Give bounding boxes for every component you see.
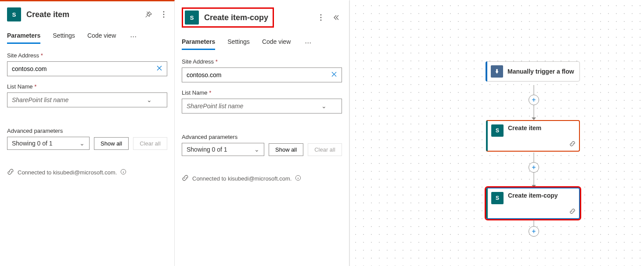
app-root: S Create item Parameters Settings Code v… (0, 0, 644, 266)
panel-body: Site Address * List Name * SharePoint li… (0, 44, 174, 114)
add-step-button[interactable]: + (529, 95, 539, 105)
unpin-icon[interactable] (142, 8, 155, 21)
panel-header: S Create item (0, 1, 174, 26)
tab-settings[interactable]: Settings (227, 35, 250, 50)
tabs: Parameters Settings Code view ··· (0, 26, 174, 44)
chevron-down-icon: ⌄ (79, 140, 85, 147)
list-name-placeholder: SharePoint list name (187, 103, 243, 110)
svg-point-4 (320, 14, 322, 16)
node-label: Create item-copy (508, 192, 575, 199)
connection-footer: Connected to kisubedi@microsoft.com. (175, 164, 349, 193)
list-name-select[interactable]: SharePoint list name ⌄ (182, 99, 342, 113)
link-icon (7, 168, 14, 177)
site-address-label: Site Address * (7, 52, 167, 59)
tab-code-view[interactable]: Code view (262, 35, 291, 50)
tabs-overflow-icon[interactable]: ··· (128, 29, 138, 44)
flow-node-trigger[interactable]: Manually trigger a flow (486, 61, 580, 82)
list-name-label: List Name * (182, 89, 342, 96)
advanced-label: Advanced parameters (7, 128, 167, 134)
panel-header: S Create item-copy (175, 1, 349, 32)
list-name-label: List Name * (7, 83, 167, 90)
link-icon (569, 141, 576, 148)
site-address-input[interactable] (7, 61, 167, 76)
tab-settings[interactable]: Settings (53, 29, 75, 44)
more-icon[interactable] (160, 8, 167, 21)
list-name-select[interactable]: SharePoint list name ⌄ (7, 92, 167, 107)
advanced-parameters: Advanced parameters Showing 0 of 1 ⌄ Sho… (0, 114, 174, 158)
info-icon[interactable] (295, 175, 301, 182)
clear-all-button[interactable]: Clear all (133, 137, 167, 150)
clear-icon[interactable] (329, 68, 339, 82)
tabs-overflow-icon[interactable]: ··· (303, 35, 313, 50)
connected-text: Connected to kisubedi@microsoft.com. (18, 169, 117, 176)
sharepoint-icon: S (491, 124, 504, 137)
panel-body: Site Address * List Name * SharePoint li… (175, 50, 349, 121)
connection-footer: Connected to kisubedi@microsoft.com. (0, 158, 174, 187)
advanced-label: Advanced parameters (182, 134, 342, 140)
collapse-icon[interactable] (330, 11, 342, 24)
chevron-down-icon: ⌄ (147, 96, 152, 103)
svg-point-1 (163, 14, 165, 15)
tab-code-view[interactable]: Code view (87, 29, 116, 44)
advanced-showing-text: Showing 0 of 1 (12, 140, 53, 147)
more-icon[interactable] (317, 11, 324, 24)
tabs: Parameters Settings Code view ··· (175, 32, 349, 50)
flow-canvas[interactable]: Manually trigger a flow + S Create item … (349, 0, 644, 266)
node-label: Manually trigger a flow (507, 67, 574, 75)
panel-title: Create item-copy (204, 13, 268, 22)
show-all-button[interactable]: Show all (269, 143, 303, 156)
flow-node-create-item[interactable]: S Create item (486, 120, 580, 152)
connected-text: Connected to kisubedi@microsoft.com. (192, 175, 291, 182)
advanced-showing-text: Showing 0 of 1 (187, 146, 227, 153)
link-icon (569, 208, 576, 216)
info-icon[interactable] (120, 169, 126, 176)
chevron-down-icon: ⌄ (321, 103, 327, 110)
clear-all-button[interactable]: Clear all (308, 143, 342, 156)
svg-point-2 (163, 17, 165, 18)
advanced-showing-select[interactable]: Showing 0 of 1 ⌄ (7, 137, 90, 150)
svg-point-6 (320, 20, 322, 21)
sharepoint-icon: S (7, 7, 21, 21)
svg-point-0 (163, 11, 165, 13)
site-address-label: Site Address * (182, 58, 342, 65)
panel-title: Create item (26, 10, 137, 19)
show-all-button[interactable]: Show all (94, 137, 129, 150)
add-step-button[interactable]: + (529, 226, 539, 237)
panel-create-item: S Create item Parameters Settings Code v… (0, 0, 175, 266)
panel-create-item-copy: S Create item-copy Parameters Settings C… (175, 0, 349, 266)
list-name-placeholder: SharePoint list name (12, 96, 68, 103)
add-step-button[interactable]: + (529, 162, 539, 173)
svg-rect-8 (496, 69, 498, 71)
sharepoint-icon: S (491, 192, 504, 204)
sharepoint-icon: S (185, 11, 199, 25)
advanced-showing-select[interactable]: Showing 0 of 1 ⌄ (182, 143, 264, 156)
clear-icon[interactable] (154, 62, 165, 76)
tab-parameters[interactable]: Parameters (7, 29, 40, 44)
flow-node-create-item-copy[interactable]: S Create item-copy (486, 188, 580, 219)
link-icon (182, 174, 189, 183)
advanced-parameters: Advanced parameters Showing 0 of 1 ⌄ Sho… (175, 121, 349, 164)
trigger-icon (491, 65, 503, 78)
svg-point-5 (320, 17, 322, 18)
chevron-down-icon: ⌄ (254, 146, 259, 153)
tab-parameters[interactable]: Parameters (182, 35, 215, 50)
site-address-input[interactable] (182, 67, 342, 82)
node-label: Create item (508, 124, 575, 131)
